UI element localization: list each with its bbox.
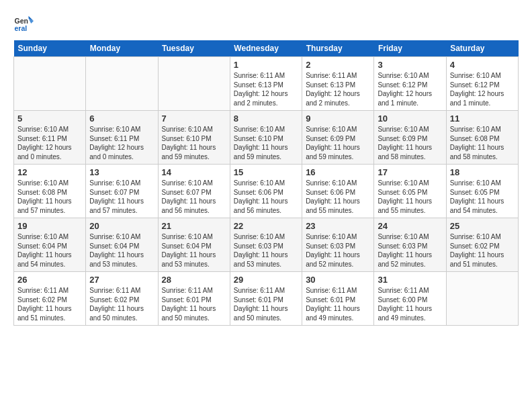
calendar-cell: 23Sunrise: 6:10 AM Sunset: 6:03 PM Dayli… [302, 218, 374, 272]
weekday-header: Monday [86, 40, 158, 57]
calendar-cell: 5Sunrise: 6:10 AM Sunset: 6:11 PM Daylig… [14, 111, 86, 165]
calendar-cell: 18Sunrise: 6:10 AM Sunset: 6:05 PM Dayli… [446, 165, 518, 218]
day-number: 14 [162, 167, 226, 177]
calendar-cell: 3Sunrise: 6:10 AM Sunset: 6:12 PM Daylig… [374, 57, 446, 111]
calendar-cell [158, 57, 230, 111]
day-info: Sunrise: 6:10 AM Sunset: 6:03 PM Dayligh… [306, 232, 370, 269]
calendar-cell [86, 57, 158, 111]
day-number: 30 [306, 275, 370, 285]
day-number: 31 [378, 275, 442, 285]
day-number: 17 [378, 167, 442, 177]
calendar-cell: 7Sunrise: 6:10 AM Sunset: 6:10 PM Daylig… [158, 111, 230, 165]
calendar-cell: 30Sunrise: 6:11 AM Sunset: 6:01 PM Dayli… [302, 272, 374, 326]
day-info: Sunrise: 6:10 AM Sunset: 6:05 PM Dayligh… [450, 179, 515, 215]
day-number: 11 [450, 113, 515, 124]
day-info: Sunrise: 6:10 AM Sunset: 6:10 PM Dayligh… [234, 125, 298, 161]
calendar-cell: 16Sunrise: 6:10 AM Sunset: 6:06 PM Dayli… [302, 165, 374, 218]
day-info: Sunrise: 6:10 AM Sunset: 6:04 PM Dayligh… [89, 232, 154, 269]
weekday-header: Wednesday [230, 40, 302, 57]
calendar-cell: 6Sunrise: 6:10 AM Sunset: 6:11 PM Daylig… [86, 111, 158, 165]
weekday-header: Sunday [14, 40, 86, 57]
day-info: Sunrise: 6:10 AM Sunset: 6:04 PM Dayligh… [162, 232, 226, 269]
calendar-cell: 29Sunrise: 6:11 AM Sunset: 6:01 PM Dayli… [230, 272, 302, 326]
calendar-cell [14, 57, 86, 111]
day-number: 10 [378, 113, 442, 124]
calendar-cell: 20Sunrise: 6:10 AM Sunset: 6:04 PM Dayli… [86, 218, 158, 272]
day-number: 1 [234, 60, 298, 70]
day-number: 21 [162, 221, 226, 231]
day-info: Sunrise: 6:10 AM Sunset: 6:07 PM Dayligh… [162, 179, 226, 215]
day-number: 24 [378, 221, 442, 231]
day-number: 23 [306, 221, 370, 231]
day-info: Sunrise: 6:11 AM Sunset: 6:01 PM Dayligh… [306, 286, 370, 322]
day-info: Sunrise: 6:11 AM Sunset: 6:01 PM Dayligh… [162, 286, 226, 322]
day-number: 25 [450, 221, 515, 231]
day-info: Sunrise: 6:11 AM Sunset: 6:02 PM Dayligh… [17, 286, 82, 322]
page-header: Gen eral [13, 13, 519, 34]
day-number: 5 [17, 113, 82, 124]
calendar-cell: 31Sunrise: 6:11 AM Sunset: 6:00 PM Dayli… [374, 272, 446, 326]
day-number: 19 [17, 221, 82, 231]
day-info: Sunrise: 6:10 AM Sunset: 6:06 PM Dayligh… [234, 179, 298, 215]
day-number: 7 [162, 113, 226, 124]
day-info: Sunrise: 6:11 AM Sunset: 6:00 PM Dayligh… [378, 286, 442, 322]
day-info: Sunrise: 6:10 AM Sunset: 6:11 PM Dayligh… [17, 125, 82, 161]
weekday-header: Friday [374, 40, 446, 57]
calendar-table: SundayMondayTuesdayWednesdayThursdayFrid… [13, 40, 519, 326]
day-info: Sunrise: 6:10 AM Sunset: 6:12 PM Dayligh… [378, 71, 442, 107]
day-info: Sunrise: 6:10 AM Sunset: 6:08 PM Dayligh… [17, 179, 82, 215]
day-info: Sunrise: 6:11 AM Sunset: 6:13 PM Dayligh… [234, 71, 298, 107]
day-number: 15 [234, 167, 298, 177]
calendar-cell: 10Sunrise: 6:10 AM Sunset: 6:09 PM Dayli… [374, 111, 446, 165]
day-number: 27 [89, 275, 154, 285]
calendar-cell [446, 272, 518, 326]
calendar-cell: 28Sunrise: 6:11 AM Sunset: 6:01 PM Dayli… [158, 272, 230, 326]
calendar-cell: 22Sunrise: 6:10 AM Sunset: 6:03 PM Dayli… [230, 218, 302, 272]
day-number: 4 [450, 60, 515, 70]
day-number: 22 [234, 221, 298, 231]
day-info: Sunrise: 6:11 AM Sunset: 6:13 PM Dayligh… [306, 71, 370, 107]
calendar-cell: 21Sunrise: 6:10 AM Sunset: 6:04 PM Dayli… [158, 218, 230, 272]
day-number: 3 [378, 60, 442, 70]
calendar-cell: 15Sunrise: 6:10 AM Sunset: 6:06 PM Dayli… [230, 165, 302, 218]
calendar-cell: 2Sunrise: 6:11 AM Sunset: 6:13 PM Daylig… [302, 57, 374, 111]
weekday-header: Tuesday [158, 40, 230, 57]
day-number: 28 [162, 275, 226, 285]
day-info: Sunrise: 6:10 AM Sunset: 6:09 PM Dayligh… [378, 125, 442, 161]
calendar-cell: 9Sunrise: 6:10 AM Sunset: 6:09 PM Daylig… [302, 111, 374, 165]
calendar-cell: 27Sunrise: 6:11 AM Sunset: 6:02 PM Dayli… [86, 272, 158, 326]
calendar-cell: 11Sunrise: 6:10 AM Sunset: 6:08 PM Dayli… [446, 111, 518, 165]
calendar-cell: 13Sunrise: 6:10 AM Sunset: 6:07 PM Dayli… [86, 165, 158, 218]
day-info: Sunrise: 6:11 AM Sunset: 6:02 PM Dayligh… [89, 286, 154, 322]
day-number: 13 [89, 167, 154, 177]
calendar-cell: 4Sunrise: 6:10 AM Sunset: 6:12 PM Daylig… [446, 57, 518, 111]
day-info: Sunrise: 6:10 AM Sunset: 6:03 PM Dayligh… [234, 232, 298, 269]
calendar-cell: 25Sunrise: 6:10 AM Sunset: 6:02 PM Dayli… [446, 218, 518, 272]
day-info: Sunrise: 6:10 AM Sunset: 6:02 PM Dayligh… [450, 232, 515, 269]
calendar-cell: 17Sunrise: 6:10 AM Sunset: 6:05 PM Dayli… [374, 165, 446, 218]
calendar-cell: 26Sunrise: 6:11 AM Sunset: 6:02 PM Dayli… [14, 272, 86, 326]
svg-text:eral: eral [15, 24, 28, 32]
calendar-body: 1Sunrise: 6:11 AM Sunset: 6:13 PM Daylig… [14, 57, 519, 326]
day-info: Sunrise: 6:10 AM Sunset: 6:11 PM Dayligh… [89, 125, 154, 161]
day-number: 8 [234, 113, 298, 124]
calendar-header: SundayMondayTuesdayWednesdayThursdayFrid… [14, 40, 519, 57]
day-info: Sunrise: 6:10 AM Sunset: 6:09 PM Dayligh… [306, 125, 370, 161]
calendar-cell: 19Sunrise: 6:10 AM Sunset: 6:04 PM Dayli… [14, 218, 86, 272]
calendar-cell: 12Sunrise: 6:10 AM Sunset: 6:08 PM Dayli… [14, 165, 86, 218]
day-info: Sunrise: 6:10 AM Sunset: 6:08 PM Dayligh… [450, 125, 515, 161]
weekday-header: Thursday [302, 40, 374, 57]
day-number: 26 [17, 275, 82, 285]
day-number: 29 [234, 275, 298, 285]
day-info: Sunrise: 6:10 AM Sunset: 6:07 PM Dayligh… [89, 179, 154, 215]
logo: Gen eral [13, 13, 36, 34]
day-info: Sunrise: 6:10 AM Sunset: 6:10 PM Dayligh… [162, 125, 226, 161]
day-number: 6 [89, 113, 154, 124]
calendar-cell: 1Sunrise: 6:11 AM Sunset: 6:13 PM Daylig… [230, 57, 302, 111]
day-info: Sunrise: 6:10 AM Sunset: 6:12 PM Dayligh… [450, 71, 515, 107]
day-info: Sunrise: 6:10 AM Sunset: 6:05 PM Dayligh… [378, 179, 442, 215]
day-number: 18 [450, 167, 515, 177]
day-number: 20 [89, 221, 154, 231]
day-number: 2 [306, 60, 370, 70]
day-info: Sunrise: 6:10 AM Sunset: 6:03 PM Dayligh… [378, 232, 442, 269]
